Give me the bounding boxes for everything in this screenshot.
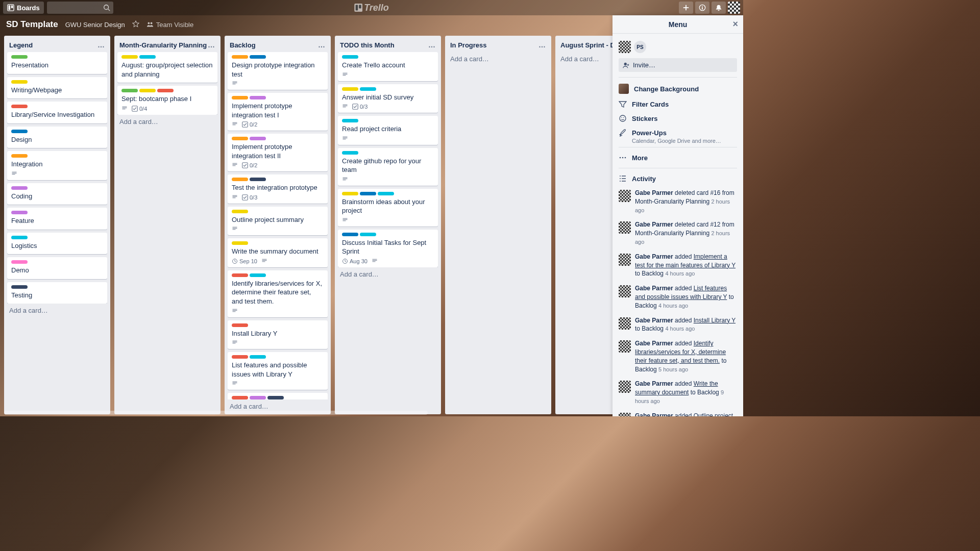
trello-logo[interactable]: Trello	[354, 3, 389, 13]
search-input[interactable]	[47, 2, 113, 14]
checklist-badge: 0/3	[242, 194, 257, 201]
invite-button[interactable]: Invite…	[619, 58, 737, 72]
card[interactable]: Integration	[7, 151, 107, 180]
card-title: Presentation	[11, 61, 103, 70]
list-title[interactable]: Legend	[9, 41, 33, 49]
plus-icon	[682, 4, 690, 11]
list-menu-button[interactable]: …	[428, 41, 436, 49]
card[interactable]: Writing/Webpage	[7, 77, 107, 99]
card-badges: 0/2	[232, 162, 324, 168]
list-title[interactable]: Backlog	[230, 41, 256, 49]
card[interactable]: Feature	[7, 208, 107, 230]
info-button[interactable]	[695, 2, 709, 14]
label-grey	[250, 178, 266, 181]
svg-point-12	[150, 22, 152, 24]
card-badges: 0/4	[121, 106, 213, 112]
label-yellow	[232, 210, 248, 213]
label-yellow	[342, 87, 358, 91]
list-title[interactable]: Month-Granularity Planning	[119, 41, 207, 49]
label-purple	[250, 137, 266, 140]
menu-item-bg[interactable]: Change Background	[619, 81, 737, 97]
member-avatar[interactable]	[619, 41, 631, 53]
boards-button[interactable]: Boards	[3, 2, 44, 14]
user-avatar[interactable]	[728, 2, 740, 14]
card[interactable]: Discuss Initial Tasks for Sept SprintAug…	[338, 230, 438, 267]
card[interactable]: Sept: bootcamp phase I0/4	[117, 86, 217, 115]
card[interactable]: Presentation	[7, 52, 107, 74]
card-labels	[232, 178, 324, 181]
card[interactable]: Brainstorm ideas about your project	[338, 189, 438, 227]
card[interactable]: Install Library Y	[228, 320, 328, 349]
card[interactable]: Implement a test for the main features o…	[228, 393, 328, 399]
menu-item-filter[interactable]: Filter Cards	[619, 97, 737, 111]
add-card-button[interactable]: Add a card…	[228, 399, 328, 411]
visibility-button[interactable]: Team Visible	[146, 21, 193, 29]
card[interactable]: Implement prototype integration test I0/…	[228, 93, 328, 131]
label-orange	[232, 137, 248, 140]
card[interactable]: Create github repo for your team	[338, 148, 438, 186]
activity-item: Gabe Parmer deleted card #12 from Month-…	[619, 217, 737, 249]
list-menu-button[interactable]: …	[318, 41, 326, 49]
add-card-button[interactable]: Add a card…	[7, 304, 107, 315]
add-card-button[interactable]: Add a card…	[338, 267, 438, 279]
add-card-button[interactable]: Add a card…	[117, 115, 217, 127]
svg-point-25	[622, 157, 624, 159]
checklist-badge: 0/4	[132, 106, 147, 112]
star-button[interactable]	[132, 20, 139, 29]
activity-link[interactable]: Install Library Y	[694, 317, 736, 324]
list-menu-button[interactable]: …	[97, 41, 105, 49]
svg-point-21	[620, 115, 626, 121]
card[interactable]: August: group/project selection and plan…	[117, 52, 217, 83]
label-orange	[232, 96, 248, 99]
card[interactable]: Test the integration prototype0/3	[228, 174, 328, 204]
svg-point-22	[621, 117, 622, 118]
menu-item-sticker[interactable]: Stickers	[619, 111, 737, 126]
list-title[interactable]: In Progress	[450, 41, 487, 49]
card[interactable]: Logistics	[7, 233, 107, 255]
horizontal-scrollbar[interactable]	[4, 411, 428, 415]
card-title: August: group/project selection and plan…	[121, 61, 213, 79]
card[interactable]: Answer initial SD survey0/3	[338, 84, 438, 113]
card[interactable]: Demo	[7, 257, 107, 279]
activity-item: Gabe Parmer added List features and poss…	[619, 281, 737, 313]
card-title: Brainstorm ideas about your project	[342, 197, 434, 215]
card[interactable]: Outline project summary	[228, 207, 328, 236]
menu-sidebar: Menu × PSInvite…Change BackgroundFilter …	[612, 15, 743, 416]
card[interactable]: Design	[7, 127, 107, 148]
list-icon	[619, 174, 627, 183]
card[interactable]: Read project criteria	[338, 116, 438, 145]
board-title: SD Template	[6, 19, 58, 30]
label-purple	[250, 96, 266, 99]
card[interactable]: Coding	[7, 183, 107, 205]
add-card-button[interactable]: Add a card…	[448, 52, 548, 64]
add-button[interactable]	[679, 2, 693, 14]
card-badges	[342, 177, 434, 183]
activity-item: Gabe Parmer added Write the summary docu…	[619, 377, 737, 408]
card-title: Discuss Initial Tasks for Sept Sprint	[342, 238, 434, 256]
card[interactable]: Create Trello account	[338, 52, 438, 81]
card-title: Implement prototype integration test I	[232, 102, 324, 119]
description-badge	[232, 81, 238, 87]
activity-item: Gabe Parmer added Implement a test for t…	[619, 249, 737, 281]
label-red	[232, 323, 248, 327]
member-initials[interactable]: PS	[634, 41, 646, 53]
notifications-button[interactable]	[712, 2, 726, 14]
card-badges: Sep 10	[232, 258, 324, 264]
list: Backlog…Design prototype integration tes…	[225, 36, 331, 414]
close-menu-button[interactable]: ×	[732, 19, 738, 30]
card[interactable]: Write the summary documentSep 10	[228, 238, 328, 267]
logo-icon	[354, 4, 362, 12]
card[interactable]: Identify libraries/services for X, deter…	[228, 270, 328, 317]
card[interactable]: Testing	[7, 282, 107, 304]
list-title[interactable]: TODO this Month	[340, 41, 395, 49]
menu-item-more[interactable]: More	[619, 151, 737, 165]
activity-item: Gabe Parmer added Install Library Y to B…	[619, 313, 737, 337]
list-menu-button[interactable]: …	[538, 41, 546, 49]
list-menu-button[interactable]: …	[208, 41, 215, 49]
card-labels	[232, 273, 324, 277]
card[interactable]: List features and possible issues with L…	[228, 352, 328, 390]
card[interactable]: Implement prototype integration test II0…	[228, 134, 328, 171]
card[interactable]: Design prototype integration test	[228, 52, 328, 90]
card-title: Read project criteria	[342, 124, 434, 134]
card[interactable]: Library/Service Investigation	[7, 102, 107, 123]
